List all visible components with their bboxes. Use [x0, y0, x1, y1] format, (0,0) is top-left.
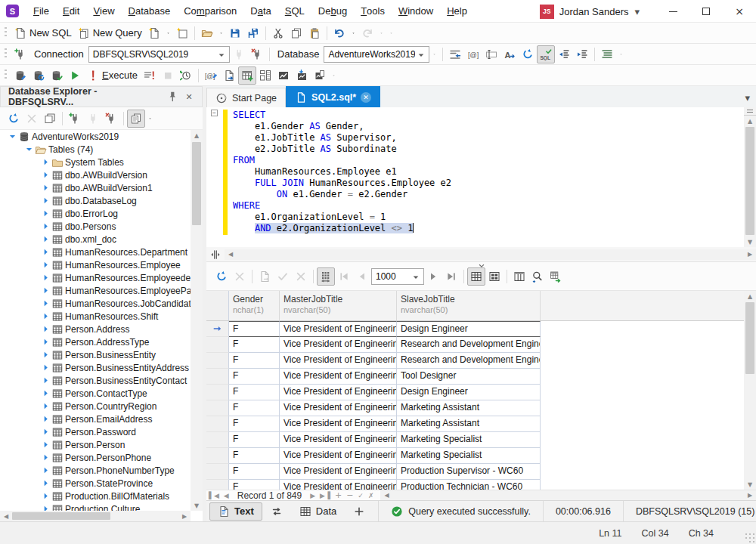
disconnect-button[interactable]: [248, 45, 266, 63]
code-line[interactable]: SELECT: [233, 110, 744, 121]
sql-editor[interactable]: SELECT e1.Gender AS Gender, e1.JobTitle …: [206, 107, 756, 247]
cell[interactable]: Vice President of Engineering: [280, 400, 397, 416]
export-data-button[interactable]: [547, 267, 565, 286]
table-row[interactable]: FVice President of EngineeringTool Desig…: [206, 369, 744, 385]
menu-database[interactable]: Database: [122, 0, 178, 23]
append-record-button[interactable]: +: [333, 490, 344, 500]
tree-item[interactable]: Production.BillOfMaterials: [0, 490, 191, 502]
cell[interactable]: Design Engineer: [397, 321, 541, 337]
expand-arrow-icon[interactable]: [39, 490, 51, 502]
toolbar-grip[interactable]: [5, 27, 7, 39]
expand-arrow-icon[interactable]: [39, 195, 51, 207]
edit-parameters-button[interactable]: [@]: [202, 66, 220, 85]
next-page-button[interactable]: [424, 267, 442, 286]
table-row[interactable]: FVice President of EngineeringMarketing …: [206, 448, 744, 464]
refresh-results-button[interactable]: [212, 267, 231, 286]
expand-arrow-icon[interactable]: [39, 156, 51, 168]
explorer-hscrollbar[interactable]: ◀ ▶: [0, 511, 191, 521]
document-outline-button[interactable]: [598, 45, 616, 63]
horizontal-split-icon[interactable]: [209, 249, 222, 261]
expand-arrow-icon[interactable]: [39, 362, 51, 374]
expand-arrow-icon[interactable]: [39, 426, 51, 438]
execute-script-button[interactable]: [141, 66, 159, 85]
editor-vscrollbar[interactable]: ▲ ▼: [744, 116, 756, 247]
decrease-indent-button[interactable]: [555, 45, 573, 63]
execute-button[interactable]: Execute: [84, 66, 141, 85]
expand-arrow-icon[interactable]: [39, 478, 51, 490]
table-row[interactable]: FVice President of EngineeringMarketing …: [206, 432, 744, 448]
paginal-mode-button[interactable]: [317, 267, 335, 286]
code-line[interactable]: AND e2.OrganizationLevel <> 1: [233, 223, 744, 234]
cell[interactable]: Marketing Assistant: [397, 416, 541, 432]
tree-item[interactable]: dbo.AWBuildVersion: [0, 168, 191, 181]
table-row[interactable]: FVice President of EngineeringDesign Eng…: [206, 385, 744, 400]
new-explorer-window-button[interactable]: [41, 110, 59, 128]
copy-button[interactable]: [287, 24, 305, 42]
cell[interactable]: F: [229, 337, 280, 353]
last-record-button[interactable]: ▶▐: [318, 492, 333, 499]
cell[interactable]: Marketing Specialist: [397, 432, 541, 448]
duplicate-object-button[interactable]: [127, 110, 145, 128]
undo-button[interactable]: [330, 24, 349, 42]
find-in-grid-button[interactable]: [528, 267, 547, 286]
tree-item[interactable]: HumanResources.Shift: [0, 310, 191, 323]
cell[interactable]: Research and Development Engineer: [397, 337, 541, 353]
cell[interactable]: F: [229, 432, 280, 448]
tree-item[interactable]: Person.StateProvince: [0, 477, 191, 490]
new-connection-button[interactable]: [11, 45, 29, 63]
refresh-button[interactable]: [519, 45, 537, 63]
code-line[interactable]: HumanResources.Employee e1: [233, 166, 744, 178]
grid-vscrollbar[interactable]: ▲ ▼: [744, 291, 756, 490]
add-view-button[interactable]: [345, 502, 373, 521]
edit-database-button[interactable]: [11, 66, 29, 85]
table-row[interactable]: FVice President of EngineeringMarketing …: [206, 416, 744, 432]
refresh-explorer-button[interactable]: [5, 110, 23, 128]
pin-icon[interactable]: [164, 88, 181, 105]
cell[interactable]: Vice President of Engineering: [280, 369, 397, 385]
close-button[interactable]: ×: [723, 0, 756, 23]
cell[interactable]: Vice President of Engineering: [280, 432, 397, 448]
tree-item[interactable]: HumanResources.Department: [0, 246, 191, 258]
cell[interactable]: F: [229, 416, 280, 432]
new-query-button[interactable]: New Query: [75, 24, 145, 42]
refresh-database-button[interactable]: [29, 66, 48, 85]
expand-arrow-icon[interactable]: [39, 298, 51, 310]
cell[interactable]: Marketing Assistant: [397, 400, 541, 416]
tree-item[interactable]: Person.EmailAddress: [0, 413, 191, 425]
toolbar-grip[interactable]: [5, 70, 7, 81]
new-document-button[interactable]: [145, 24, 163, 42]
expand-arrow-icon[interactable]: [39, 246, 51, 258]
tree-item[interactable]: dbo.Persons: [0, 220, 191, 233]
grid-hscrollbar[interactable]: ◀ ▶: [380, 490, 756, 501]
code-line[interactable]: ON e1.Gender = e2.Gender: [233, 189, 744, 200]
expand-arrow-icon[interactable]: [39, 272, 51, 284]
tree-item[interactable]: Person.PhoneNumberType: [0, 464, 191, 477]
cell[interactable]: F: [229, 480, 280, 490]
code-area[interactable]: SELECT e1.Gender AS Gender, e1.JobTitle …: [233, 110, 744, 234]
edit-parameters-button[interactable]: [@]: [464, 45, 482, 63]
table-row[interactable]: FVice President of EngineeringProduction…: [206, 480, 744, 490]
open-file-button[interactable]: [198, 24, 216, 42]
explorer-vscrollbar[interactable]: ▲ ▼: [191, 130, 203, 511]
cell[interactable]: Vice President of Engineering: [280, 448, 397, 464]
reject-changes-button[interactable]: [292, 267, 310, 286]
cell[interactable]: F: [229, 464, 280, 480]
connect-button[interactable]: [230, 45, 248, 63]
delete-record-button[interactable]: −: [344, 490, 355, 500]
go-to-line-button[interactable]: [446, 45, 464, 63]
results-to-grid-button[interactable]: [238, 66, 256, 85]
code-line[interactable]: e2.JobTitle AS Subordinate: [233, 144, 744, 155]
expand-arrow-icon[interactable]: [39, 439, 51, 451]
expand-arrow-icon[interactable]: [39, 233, 51, 246]
tree-item[interactable]: Person.CountryRegion: [0, 400, 191, 413]
user-avatar[interactable]: JS: [540, 5, 554, 19]
import-chart-button[interactable]: [293, 66, 311, 85]
new-window-button[interactable]: [173, 24, 191, 42]
cut-button[interactable]: [269, 24, 287, 42]
column-header-masterjobtitle[interactable]: MasterJobTitlenvarchar(50): [280, 291, 397, 320]
tree-item[interactable]: Tables (74): [0, 143, 191, 156]
cell[interactable]: Research and Development Engineer: [397, 353, 541, 369]
menu-file[interactable]: File: [26, 0, 56, 23]
last-page-button[interactable]: [442, 267, 460, 286]
fold-marker-icon[interactable]: −: [211, 110, 218, 116]
